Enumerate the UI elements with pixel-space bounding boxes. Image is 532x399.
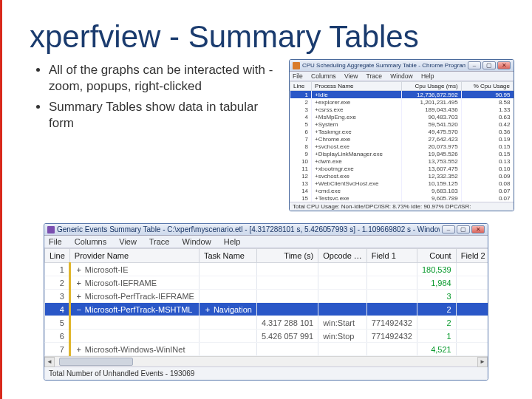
expand-icon[interactable]: + [315,106,318,113]
cell-field1 [366,263,417,276]
table-row[interactable]: 12+svchost.exe12,332.3520.09 [290,172,514,180]
close-button[interactable]: ✕ [471,225,485,233]
cell-line: 5 [290,120,312,128]
content-row: All of the graphs can be interacted with… [0,59,532,211]
expand-icon[interactable]: − [75,305,83,314]
close-button[interactable]: ✕ [497,61,511,69]
col-field2[interactable]: Field 2 [456,249,488,263]
table-row[interactable]: 4+MsMpEng.exe90,483.7030.63 [290,113,514,120]
col-task[interactable]: Task Name [199,249,256,263]
menu-item[interactable]: View [119,237,137,246]
cpu-summary-table[interactable]: Line Process Name Cpu Usage (ms) % Cpu U… [290,81,514,202]
menu-item[interactable]: Help [421,72,434,80]
table-row[interactable]: 2+Microsoft-IEFRAME1,984 [45,276,489,290]
expand-icon[interactable]: + [75,265,83,274]
menu-item[interactable]: Help [224,237,241,246]
status-bar: Total Number of Unhandled Events - 19306… [44,366,488,380]
cell-provider: +Microsoft-PerfTrack-IEFRAME [69,290,199,303]
expand-icon[interactable]: + [204,305,211,314]
maximize-button[interactable]: ▢ [482,61,496,69]
maximize-button[interactable]: ▢ [457,225,470,233]
scroll-thumb[interactable] [59,358,133,366]
expand-icon[interactable]: + [315,188,318,194]
expand-icon[interactable]: + [315,173,318,180]
menu-item[interactable]: View [344,72,358,80]
col-line[interactable]: Line [45,249,70,263]
cell-field1 [366,343,417,356]
table-row[interactable]: 6+Taskmgr.exe49,475.5700.36 [290,128,514,135]
minimize-button[interactable]: – [468,61,481,69]
minimize-button[interactable]: – [442,225,455,233]
expand-icon[interactable]: + [75,345,83,354]
col-count[interactable]: Count [417,249,456,263]
horizontal-scrollbar[interactable]: ◄ ► [44,356,488,366]
col-field1[interactable]: Field 1 [366,249,417,263]
events-summary-table[interactable]: Line Provider Name Task Name Time (s) Op… [44,248,488,356]
cell-pct-cpu: 0.10 [461,165,513,172]
scroll-left-button[interactable]: ◄ [44,357,55,367]
menu-item[interactable]: Trace [366,72,382,80]
table-row[interactable]: 1+Microsoft-IE180,539 [45,263,489,276]
cell-opcode [318,343,367,356]
col-process[interactable]: Process Name [312,82,402,91]
table-row[interactable]: 15+Testsvc.exe9,605.7890.07 [290,194,514,202]
expand-icon[interactable]: + [315,99,318,106]
table-row[interactable]: 10+dwm.exe13,753.5520.13 [290,157,514,165]
expand-icon[interactable]: + [75,279,83,287]
cell-line: 4 [290,113,312,120]
cell-process: +xbootmgr.exe [312,165,402,172]
expand-icon[interactable]: + [315,114,318,120]
col-opcode[interactable]: Opcode … [318,249,367,263]
menu-item[interactable]: Window [183,237,211,246]
table-row[interactable]: 7+Chrome.exe27,642.4230.19 [290,135,514,143]
menu-item[interactable]: File [293,72,303,80]
cell-cpu-usage: 19,845.526 [401,150,461,157]
table-row[interactable]: 7+Microsoft-Windows-WinINet4,521 [45,343,489,356]
window-titlebar[interactable]: CPU Scheduling Aggregate Summary Table -… [290,60,514,72]
cell-process: +WebClientSvcHost.exe [312,180,402,187]
col-cpu-usage[interactable]: Cpu Usage (ms) [401,82,461,91]
cell-line: 4 [45,303,70,316]
menu-item[interactable]: Trace [149,237,170,246]
col-provider[interactable]: Provider Name [69,249,199,263]
expand-icon[interactable]: + [315,129,318,135]
cell-opcode [318,276,367,290]
table-row[interactable]: 3+Microsoft-PerfTrack-IEFRAME3 [45,290,489,303]
table-row[interactable]: 11+xbootmgr.exe13,607.4750.10 [290,165,514,172]
table-row[interactable]: 8+svchost.exe20,073.9750.15 [290,143,514,150]
expand-icon[interactable]: + [75,292,83,301]
menu-item[interactable]: Window [390,72,412,80]
table-row[interactable]: 3+csrss.exe189,043.4361.33 [290,106,514,113]
menu-item[interactable]: Columns [311,72,336,80]
table-row[interactable]: 13+WebClientSvcHost.exe10,159.1250.08 [290,180,514,187]
expand-icon[interactable]: + [315,136,318,143]
scroll-right-button[interactable]: ► [477,357,488,367]
expand-icon[interactable]: + [315,158,318,165]
col-pct-cpu[interactable]: % Cpu Usage [461,82,513,91]
table-row[interactable]: 4−Microsoft-PerfTrack-MSHTML+Navigation2 [45,303,489,316]
col-line[interactable]: Line [290,82,312,91]
cell-process: +System [312,120,402,128]
menubar[interactable]: File Columns View Trace Window Help [290,72,514,81]
menu-item[interactable]: File [49,237,62,246]
cell-line: 9 [290,150,312,157]
col-time[interactable]: Time (s) [256,249,318,263]
table-row[interactable]: 65.426 057 991win:Stop7714924321 [45,330,489,343]
table-row[interactable]: 14+cmd.exe9,683.1830.07 [290,187,514,194]
expand-icon[interactable]: + [315,180,318,187]
table-row[interactable]: 2+explorer.exe1,201,231.4958.58 [290,98,514,106]
expand-icon[interactable]: + [315,195,318,202]
expand-icon[interactable]: + [315,143,318,150]
expand-icon[interactable]: + [315,121,318,128]
menu-item[interactable]: Columns [75,237,106,246]
table-row[interactable]: 5+System59,541.5200.42 [290,120,514,128]
menubar[interactable]: File Columns View Trace Window Help [44,236,488,248]
expand-icon[interactable]: + [315,151,318,157]
expand-icon[interactable]: + [315,166,318,172]
window-titlebar[interactable]: Generic Events Summary Table - C:\xperf\… [44,224,488,236]
cell-time [256,303,318,316]
table-row[interactable]: 1+Idle12,736,872.59290.95 [290,91,514,99]
expand-icon[interactable]: + [315,92,318,98]
table-row[interactable]: 54.317 288 101win:Start7714924322 [45,316,489,330]
table-row[interactable]: 9+DisplayLinkManager.exe19,845.5260.15 [290,150,514,157]
